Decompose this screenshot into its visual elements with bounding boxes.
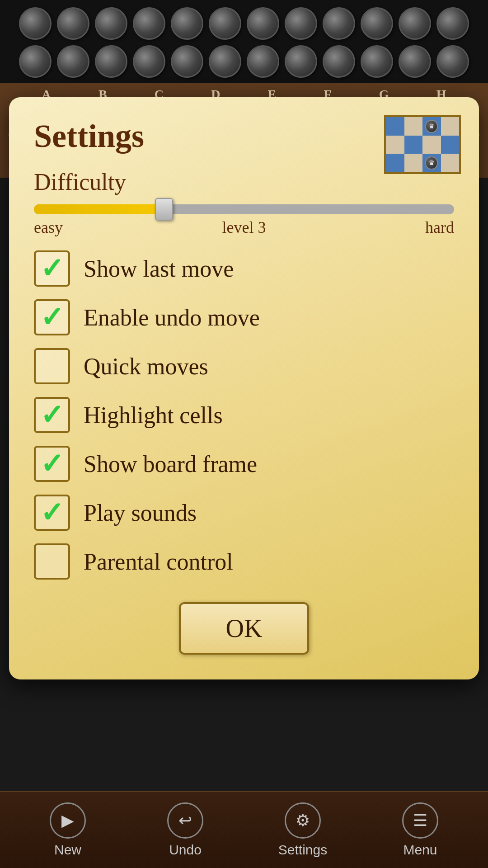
slider-labels: easy level 3 hard (34, 218, 454, 237)
label-parental-control: Parental control (84, 548, 233, 575)
label-play-sounds: Play sounds (84, 500, 197, 526)
difficulty-slider-container[interactable]: easy level 3 hard (34, 204, 454, 237)
slider-label-hard: hard (425, 218, 454, 237)
slider-track[interactable] (34, 204, 454, 214)
ok-button-container: OK (34, 602, 454, 655)
preview-cell (404, 117, 423, 136)
piece-token (399, 45, 431, 78)
preview-cell (386, 154, 404, 172)
piece-token (247, 7, 279, 40)
preview-king-piece: ♛ (425, 156, 438, 169)
checkbox-box-enable-undo[interactable]: ✓ (34, 299, 70, 335)
checkbox-parental-control[interactable]: Parental control (34, 543, 454, 580)
checkmark-play-sounds: ✓ (40, 499, 64, 527)
nav-label-new: New (54, 842, 81, 858)
checkbox-box-show-last-move[interactable]: ✓ (34, 250, 70, 287)
nav-item-undo[interactable]: ↩ Undo (127, 802, 244, 858)
preview-cell (441, 117, 460, 136)
label-show-board-frame: Show board frame (84, 451, 257, 477)
slider-thumb[interactable] (155, 198, 173, 221)
label-quick-moves: Quick moves (84, 353, 208, 380)
checkbox-show-last-move[interactable]: ✓ Show last move (34, 250, 454, 287)
nav-item-new[interactable]: ▶ New (9, 802, 127, 858)
preview-king-piece: ♛ (425, 120, 438, 132)
piece-token (361, 7, 393, 40)
settings-icon: ⚙ (285, 802, 321, 839)
piece-token (323, 7, 355, 40)
piece-token (209, 45, 241, 78)
checkbox-box-quick-moves[interactable] (34, 348, 70, 384)
label-show-last-move: Show last move (84, 255, 234, 282)
piece-token (285, 45, 317, 78)
piece-token (323, 45, 355, 78)
ok-button[interactable]: OK (179, 602, 310, 655)
pieces-row-1 (19, 5, 469, 42)
checkbox-box-highlight-cells[interactable]: ✓ (34, 397, 70, 433)
piece-token (361, 45, 393, 78)
preview-cell (386, 117, 404, 136)
undo-icon: ↩ (167, 802, 203, 839)
checkmark-show-board-frame: ✓ (40, 450, 64, 478)
checkmark-show-last-move: ✓ (40, 255, 64, 283)
preview-cell (422, 136, 441, 154)
checkmark-highlight-cells: ✓ (40, 401, 64, 429)
piece-token (171, 7, 203, 40)
preview-cell: ♛ (422, 117, 441, 136)
checkbox-box-parental-control[interactable] (34, 543, 70, 580)
piece-token (19, 7, 52, 40)
nav-item-menu[interactable]: ☰ Menu (361, 802, 479, 858)
piece-token (19, 45, 52, 78)
piece-token (133, 45, 165, 78)
slider-fill (34, 204, 169, 214)
settings-checkbox-list: ✓ Show last move ✓ Enable undo move Quic… (34, 250, 454, 580)
slider-label-easy: easy (34, 218, 63, 237)
piece-token (57, 7, 89, 40)
pieces-row-2 (19, 42, 469, 80)
preview-cell: ♛ (422, 154, 441, 172)
checkbox-highlight-cells[interactable]: ✓ Highlight cells (34, 397, 454, 433)
piece-token (57, 45, 89, 78)
checkbox-quick-moves[interactable]: Quick moves (34, 348, 454, 384)
bottom-navigation: ▶ New ↩ Undo ⚙ Settings ☰ Menu (0, 791, 488, 868)
slider-label-mid: level 3 (222, 218, 266, 237)
checkbox-show-board-frame[interactable]: ✓ Show board frame (34, 446, 454, 482)
board-preview-thumbnail: ♛ ♛ (384, 115, 461, 174)
piece-token (285, 7, 317, 40)
top-pieces-area (0, 0, 488, 83)
nav-label-settings: Settings (278, 842, 327, 858)
preview-cell (441, 154, 460, 172)
checkmark-enable-undo: ✓ (40, 303, 64, 331)
checkbox-box-show-board-frame[interactable]: ✓ (34, 446, 70, 482)
preview-cell (404, 136, 423, 154)
nav-label-undo: Undo (169, 842, 202, 858)
play-icon: ▶ (50, 802, 86, 839)
label-highlight-cells: Highlight cells (84, 402, 223, 429)
settings-panel: ♛ ♛ Settings Difficulty easy level 3 har… (9, 97, 479, 679)
piece-token (399, 7, 431, 40)
piece-token (95, 7, 127, 40)
piece-token (436, 7, 469, 40)
piece-token (209, 7, 241, 40)
preview-cell (386, 136, 404, 154)
piece-token (436, 45, 469, 78)
label-enable-undo: Enable undo move (84, 304, 260, 331)
preview-cell (441, 136, 460, 154)
nav-label-menu: Menu (403, 842, 437, 858)
checkbox-box-play-sounds[interactable]: ✓ (34, 495, 70, 531)
checkbox-play-sounds[interactable]: ✓ Play sounds (34, 495, 454, 531)
piece-token (247, 45, 279, 78)
checkbox-enable-undo[interactable]: ✓ Enable undo move (34, 299, 454, 335)
nav-item-settings[interactable]: ⚙ Settings (244, 802, 361, 858)
piece-token (133, 7, 165, 40)
piece-token (95, 45, 127, 78)
piece-token (171, 45, 203, 78)
preview-cell (404, 154, 423, 172)
menu-icon: ☰ (402, 802, 438, 839)
